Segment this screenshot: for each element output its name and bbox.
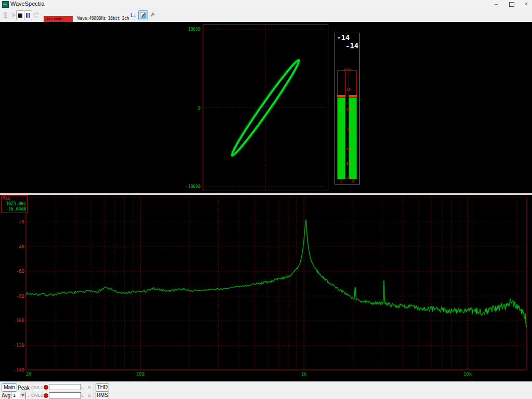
svg-text:-60: -60 bbox=[16, 269, 24, 274]
lissajous-tick-label: 0 bbox=[181, 105, 201, 110]
arrange-windows-button[interactable]: L↓ bbox=[129, 10, 138, 19]
record-source-icon[interactable] bbox=[2, 10, 9, 19]
loop-icon bbox=[33, 12, 39, 18]
dash-1: - bbox=[28, 385, 29, 391]
s-button-2[interactable]: S bbox=[88, 393, 91, 398]
meter-scale-label: -80 bbox=[335, 176, 360, 180]
avg-label: Avg: bbox=[2, 393, 12, 398]
microphone-icon bbox=[2, 11, 9, 19]
display-pen-icon bbox=[140, 12, 147, 19]
max-label: Max bbox=[3, 196, 26, 202]
window-title: WaveSpectra bbox=[10, 1, 45, 7]
meter-scale-label: -20 bbox=[335, 108, 360, 112]
lissajous-tick-label: -10000 bbox=[181, 184, 201, 189]
meter-scale: 0dB-10-20-30-40-60-80 bbox=[335, 33, 360, 184]
ovl2-led bbox=[44, 393, 48, 398]
thd-button[interactable]: THD bbox=[96, 383, 109, 392]
l-button-1[interactable]: L bbox=[81, 385, 84, 390]
arrange-icon: L bbox=[130, 12, 134, 18]
level-meter: -14 -14 LR 0dB-10-20-30-40-60-80 bbox=[335, 33, 360, 184]
meter-scale-label: -30 bbox=[335, 127, 360, 131]
ovl1-label: OVL1 bbox=[31, 385, 43, 390]
minimize-button[interactable]: – bbox=[490, 0, 502, 8]
ovl1-led bbox=[44, 385, 48, 390]
settings-button[interactable] bbox=[148, 10, 156, 19]
maximize-button[interactable] bbox=[506, 0, 517, 8]
avg-select[interactable]: 1 bbox=[11, 392, 26, 399]
scope-panel: 100000-10000 -14 -14 LR 0dB-10-20-30-40-… bbox=[0, 22, 532, 193]
close-button[interactable]: × bbox=[521, 0, 532, 8]
svg-text:10k: 10k bbox=[463, 371, 472, 377]
pause-icon bbox=[26, 13, 28, 18]
svg-text:-140: -140 bbox=[13, 367, 24, 373]
lissajous-grid bbox=[203, 25, 328, 191]
stop-icon bbox=[18, 14, 22, 18]
display-settings-button[interactable] bbox=[138, 10, 148, 20]
svg-text:-40: -40 bbox=[16, 244, 24, 249]
lissajous-plot bbox=[203, 24, 328, 191]
meter-scale-label: 0dB bbox=[335, 68, 360, 72]
pause-button[interactable] bbox=[24, 10, 32, 20]
svg-text:-80: -80 bbox=[16, 294, 24, 299]
play-icon bbox=[12, 12, 16, 18]
s-button-1[interactable]: S bbox=[88, 385, 91, 390]
stop-button[interactable] bbox=[16, 10, 24, 20]
dash-2: - bbox=[28, 393, 29, 398]
toolbar: Rec.Mon Wave:48000Hz 16bit 2ch FFT:32768… bbox=[0, 8, 532, 22]
max-frequency: 1025.0Hz bbox=[3, 202, 26, 207]
app-icon bbox=[2, 1, 9, 8]
loop-button[interactable] bbox=[32, 10, 39, 19]
ovl2-input[interactable] bbox=[49, 392, 81, 398]
bottom-control-bar: Main Peak - OVL1 L S THD Avg: 1 - OVL2 L… bbox=[0, 381, 532, 399]
spectrum-panel: 0dB-20-40-60-80-100-120-140201001k10k Ma… bbox=[0, 195, 532, 381]
svg-text:-20: -20 bbox=[16, 219, 24, 224]
avg-value: 1 bbox=[13, 392, 16, 398]
rms-button[interactable]: RMS bbox=[96, 391, 109, 399]
maximize-icon bbox=[509, 2, 514, 7]
l-button-2[interactable]: L bbox=[81, 393, 84, 398]
max-level: -16.04dB bbox=[3, 207, 26, 212]
lissajous-tick-label: 10000 bbox=[181, 27, 201, 32]
ovl2-label: OVL2 bbox=[31, 393, 43, 398]
meter-scale-label: -40 bbox=[335, 147, 360, 151]
max-readout: Max 1025.0Hz -16.04dB bbox=[1, 195, 28, 213]
wrench-icon bbox=[149, 11, 156, 18]
spectrum-grid bbox=[26, 197, 527, 370]
svg-text:-100: -100 bbox=[13, 318, 24, 323]
svg-text:100: 100 bbox=[136, 371, 144, 377]
separator bbox=[93, 383, 94, 398]
spectrum-plot: 0dB-20-40-60-80-100-120-140201001k10k bbox=[0, 195, 532, 381]
meter-scale-label: -10 bbox=[335, 88, 360, 92]
svg-text:20: 20 bbox=[26, 371, 32, 377]
ovl1-input[interactable] bbox=[49, 384, 81, 390]
wavespectra-window: WaveSpectra – × Rec.Mon Wave: bbox=[0, 0, 532, 399]
title-bar: WaveSpectra – × bbox=[0, 0, 532, 9]
main-tab-button[interactable]: Main bbox=[2, 383, 17, 392]
svg-text:1k: 1k bbox=[301, 371, 307, 377]
chevron-down-icon[interactable] bbox=[20, 392, 25, 398]
svg-text:-120: -120 bbox=[13, 343, 24, 348]
meter-scale-label: -60 bbox=[335, 162, 360, 166]
